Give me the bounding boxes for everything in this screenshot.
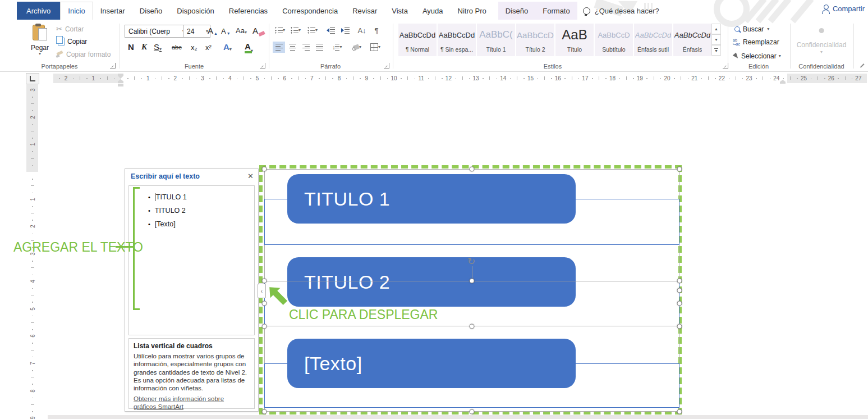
tab-correspondencia[interactable]: Correspondencia	[275, 2, 345, 20]
decrease-indent-button[interactable]	[324, 25, 337, 36]
style-chip-sin-espa[interactable]: AaBbCcDd¶ Sin espa...	[438, 24, 476, 56]
underline-button[interactable]: S▾	[154, 42, 162, 52]
format-painter-button[interactable]: Copiar formato	[56, 51, 111, 58]
shrink-font-button[interactable]: A▼	[221, 27, 231, 35]
strikethrough-button[interactable]: abc	[172, 44, 182, 51]
justify-button[interactable]	[313, 42, 325, 53]
layout-name: Lista vertical de cuadros	[134, 342, 250, 350]
style-chip-subt-tulo[interactable]: AaBbCcDSubtítulo	[595, 24, 633, 56]
selection-handle[interactable]	[262, 279, 267, 284]
tab-disposici-n[interactable]: Disposición	[169, 2, 221, 20]
text-pane-toggle-button[interactable]: ‹	[258, 284, 266, 298]
selection-handle[interactable]	[262, 324, 267, 329]
multilevel-list-button[interactable]: ▾	[306, 25, 319, 36]
collapse-ribbon-icon[interactable]	[860, 63, 864, 67]
selection-handle[interactable]	[677, 324, 682, 329]
selection-handle[interactable]	[677, 409, 682, 415]
align-center-button[interactable]	[286, 42, 298, 53]
clear-formatting-button[interactable]: A	[252, 26, 265, 35]
selection-handle[interactable]	[677, 288, 682, 293]
italic-button[interactable]: K	[141, 42, 147, 52]
tab-inicio[interactable]: Inicio	[60, 2, 93, 20]
sort-button[interactable]: A↓	[356, 25, 368, 36]
style-chip-normal[interactable]: AaBbCcDd¶ Normal	[398, 24, 437, 56]
style-chip-nfasis[interactable]: AaBbCcDdÉnfasis	[673, 24, 711, 56]
more-styles-button[interactable]: ▼	[711, 45, 721, 56]
smartart-shape-titulo-2[interactable]: TITULO 2	[287, 257, 576, 307]
smartart-shape-texto[interactable]: [Texto]	[287, 339, 576, 388]
ruler-number: 4	[30, 280, 36, 283]
tab-archivo[interactable]: Archivo	[17, 2, 60, 20]
show-marks-button[interactable]: ¶	[370, 25, 383, 36]
selection-handle[interactable]	[262, 167, 267, 172]
tab-nitro-pro[interactable]: Nitro Pro	[451, 2, 494, 20]
select-button[interactable]: Seleccionar▾	[734, 52, 781, 60]
shading-button[interactable]: ▾	[350, 42, 365, 53]
shape-label: TITULO 1	[304, 188, 390, 210]
smartart-help-link[interactable]: Obtener más información sobre gráficos S…	[134, 395, 246, 411]
selection-handle[interactable]	[262, 409, 267, 415]
confidentiality-button[interactable]: Confidencialidad ▾	[797, 28, 847, 54]
style-chip-t-tulo[interactable]: AaBTítulo	[555, 24, 594, 56]
tab-ayuda[interactable]: Ayuda	[415, 2, 451, 20]
ruler-tick	[319, 78, 320, 79]
find-button[interactable]: Buscar▾	[734, 25, 769, 33]
contextual-tab-dise-o[interactable]: Diseño	[498, 2, 535, 20]
tab-revisar[interactable]: Revisar	[345, 2, 384, 20]
tab-referencias[interactable]: Referencias	[222, 2, 275, 20]
text-pane-item[interactable]: •[Texto]	[129, 217, 254, 231]
font-color-button[interactable]: A ▾	[245, 42, 253, 53]
style-chip-t-tulo-2[interactable]: AaBbCcDTítulo 2	[516, 24, 554, 56]
style-chip-t-tulo-1[interactable]: AaBbC(Título 1	[477, 24, 515, 56]
bullets-button[interactable]: ▾	[274, 25, 286, 36]
font-dialog-launcher[interactable]	[260, 63, 265, 69]
selection-handle[interactable]	[470, 167, 475, 172]
smartart-text-pane: Escribir aquí el texto ✕ •TITULO 1•TITUL…	[125, 168, 259, 412]
tab-selector[interactable]	[26, 73, 39, 84]
cut-button[interactable]: ✂Cortar	[56, 25, 84, 33]
numbering-button[interactable]: ▾	[290, 25, 302, 36]
selection-handle[interactable]	[677, 301, 682, 306]
change-case-button[interactable]: Aa▾	[236, 26, 247, 35]
copy-button[interactable]: Copiar	[56, 38, 87, 45]
tell-me-box[interactable]: ¿Qué desea hacer?	[583, 2, 659, 20]
line-spacing-button[interactable]: ↕▾	[330, 42, 345, 53]
font-size-combo[interactable]: 24▾	[183, 25, 210, 38]
increase-indent-button[interactable]	[339, 25, 351, 36]
tab-dise-o[interactable]: Diseño	[132, 2, 169, 20]
grow-font-button[interactable]: A▲	[208, 26, 218, 35]
styles-dialog-launcher[interactable]	[723, 63, 728, 69]
borders-button[interactable]: ▾	[368, 42, 383, 53]
rotate-handle[interactable]: ↻	[467, 256, 475, 267]
clipboard-dialog-launcher[interactable]	[110, 63, 116, 69]
smartart-shape-titulo-1[interactable]: TITULO 1	[287, 174, 576, 224]
left-indent-marker[interactable]	[118, 84, 123, 86]
selection-handle[interactable]	[470, 409, 475, 415]
selection-handle[interactable]	[677, 279, 682, 284]
align-left-button[interactable]	[273, 42, 285, 53]
scroll-down-button[interactable]: ▼	[711, 34, 721, 45]
subscript-button[interactable]: x₂	[191, 43, 198, 52]
selection-handle[interactable]	[470, 324, 475, 329]
replace-button[interactable]: ab⮡acReemplazar	[733, 38, 779, 46]
close-icon[interactable]: ✕	[247, 172, 254, 180]
paragraph-dialog-launcher[interactable]	[384, 63, 389, 69]
selection-handle[interactable]	[677, 167, 682, 172]
right-indent-marker[interactable]	[780, 80, 786, 84]
tab-vista[interactable]: Vista	[384, 2, 415, 20]
share-button[interactable]: Compartir	[822, 4, 865, 13]
align-right-button[interactable]	[300, 42, 312, 53]
text-pane-item[interactable]: •TITULO 1	[129, 190, 254, 204]
bold-button[interactable]: N	[128, 42, 134, 52]
text-effects-button[interactable]: A▾	[223, 42, 232, 52]
text-pane-item[interactable]: •TITULO 2	[129, 204, 254, 217]
style-chip-nfasis-sutil[interactable]: AaBbCcDdÉnfasis sutil	[634, 24, 672, 56]
scroll-up-button[interactable]: ▲	[711, 24, 721, 34]
superscript-button[interactable]: x²	[205, 43, 212, 52]
ruler-number: 7	[310, 75, 314, 81]
paste-button[interactable]: Pegar ▾	[31, 24, 49, 56]
selection-handle[interactable]	[470, 279, 475, 284]
font-name-combo[interactable]: Calibri (Cuerp▾	[125, 25, 187, 38]
contextual-tab-formato[interactable]: Formato	[535, 2, 577, 20]
tab-insertar[interactable]: Insertar	[93, 2, 132, 20]
